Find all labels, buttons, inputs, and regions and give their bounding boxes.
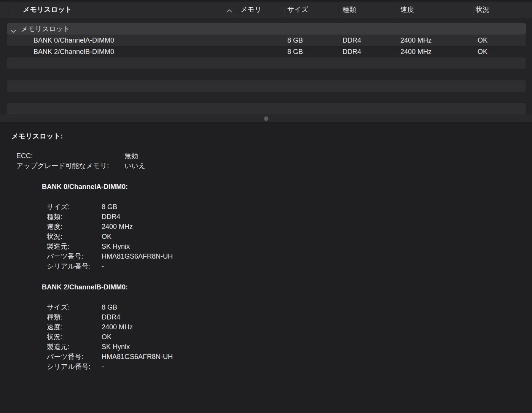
field-label: パーツ番号: (47, 251, 102, 261)
field-value: OK (102, 332, 111, 342)
field-label: 種類: (47, 312, 102, 322)
table-row[interactable]: BANK 2/ChannelB-DIMM0 8 GB DDR4 2400 MHz… (7, 46, 526, 57)
detail-field-row: ECC: 無効 (16, 151, 532, 161)
column-divider (340, 5, 340, 16)
row-status: OK (478, 35, 487, 46)
field-value: OK (102, 232, 111, 241)
detail-field-row: アップグレード可能なメモリ: いいえ (16, 161, 532, 171)
chevron-down-icon[interactable] (10, 27, 16, 35)
table-header: メモリスロット メモリ サイズ 種類 速度 状況 (0, 0, 532, 18)
field-label: アップグレード可能なメモリ: (16, 161, 124, 171)
field-value: 無効 (124, 151, 138, 161)
field-value: DDR4 (102, 212, 120, 222)
detail-field-row: パーツ番号: HMA81GS6AFR8N-UH (47, 251, 532, 261)
column-header-type[interactable]: 種類 (342, 2, 356, 18)
row-name: BANK 0/ChannelA-DIMM0 (33, 35, 114, 46)
memory-slot-table: メモリスロット メモリ サイズ 種類 速度 状況 メモリスロット (0, 0, 532, 115)
field-value: 2400 MHz (102, 322, 133, 332)
detail-field-row: サイズ: 8 GB (47, 302, 532, 312)
row-speed: 2400 MHz (400, 35, 432, 46)
field-label: パーツ番号: (47, 352, 102, 362)
detail-field-row: サイズ: 8 GB (47, 202, 532, 212)
column-divider (285, 5, 285, 16)
field-label: 状況: (47, 232, 102, 241)
row-size: 8 GB (287, 35, 303, 46)
column-divider (7, 5, 7, 16)
detail-field-row: シリアル番号: - (47, 362, 532, 372)
column-header-memory[interactable]: メモリ (241, 2, 261, 18)
detail-summary: ECC: 無効 アップグレード可能なメモリ: いいえ (16, 151, 532, 171)
slot-fields: サイズ: 8 GB 種類: DDR4 速度: 2400 MHz 状況: OK (47, 302, 532, 372)
slot-heading: BANK 2/ChannelB-DIMM0: (42, 282, 532, 292)
detail-pane: メモリスロット: ECC: 無効 アップグレード可能なメモリ: いいえ BANK… (0, 122, 532, 413)
field-label: 状況: (47, 332, 102, 342)
field-value: 8 GB (102, 302, 117, 312)
column-divider (398, 5, 398, 16)
column-header-size[interactable]: サイズ (287, 2, 308, 18)
row-size: 8 GB (287, 46, 303, 57)
row-speed: 2400 MHz (400, 46, 432, 57)
field-label: 製造元: (47, 241, 102, 251)
column-header-status[interactable]: 状況 (476, 2, 489, 18)
slot-fields: サイズ: 8 GB 種類: DDR4 速度: 2400 MHz 状況: OK (47, 202, 532, 271)
empty-row (7, 103, 526, 114)
field-value: 8 GB (102, 202, 117, 212)
field-value: 2400 MHz (102, 222, 133, 232)
splitter-handle-icon[interactable] (264, 116, 268, 121)
table-row[interactable]: BANK 0/ChannelA-DIMM0 8 GB DDR4 2400 MHz… (7, 35, 526, 46)
field-value: DDR4 (102, 312, 120, 322)
detail-field-row: 速度: 2400 MHz (47, 322, 532, 332)
field-value: - (102, 362, 104, 372)
field-value: HMA81GS6AFR8N-UH (102, 251, 173, 261)
empty-row (7, 69, 526, 80)
field-value: HMA81GS6AFR8N-UH (102, 352, 173, 362)
row-status: OK (478, 46, 487, 57)
row-name: BANK 2/ChannelB-DIMM0 (33, 46, 114, 57)
field-label: シリアル番号: (47, 261, 102, 271)
detail-field-row: パーツ番号: HMA81GS6AFR8N-UH (47, 352, 532, 362)
group-row-label: メモリスロット (21, 23, 70, 35)
field-label: ECC: (16, 151, 124, 161)
column-header-memory-slot[interactable]: メモリスロット (23, 2, 72, 18)
field-label: 製造元: (47, 342, 102, 352)
detail-field-row: 状況: OK (47, 332, 532, 342)
field-label: 種類: (47, 212, 102, 222)
table-body: メモリスロット BANK 0/ChannelA-DIMM0 8 GB DDR4 … (0, 18, 532, 115)
pane-splitter[interactable] (0, 115, 532, 122)
row-type: DDR4 (342, 46, 361, 57)
column-header-speed[interactable]: 速度 (400, 2, 414, 18)
column-divider (238, 5, 238, 16)
field-value: SK Hynix (102, 241, 130, 251)
field-value: いいえ (124, 161, 145, 171)
detail-field-row: 製造元: SK Hynix (47, 342, 532, 352)
detail-field-row: 速度: 2400 MHz (47, 222, 532, 232)
field-label: シリアル番号: (47, 362, 102, 372)
column-divider (473, 5, 473, 16)
group-row-memory-slot[interactable]: メモリスロット (7, 23, 526, 35)
empty-row (7, 92, 526, 103)
field-label: 速度: (47, 322, 102, 332)
sort-ascending-icon (226, 8, 233, 14)
system-information-window: メモリスロット メモリ サイズ 種類 速度 状況 メモリスロット (0, 0, 532, 413)
detail-field-row: 製造元: SK Hynix (47, 241, 532, 251)
field-label: 速度: (47, 222, 102, 232)
empty-row (7, 57, 526, 69)
field-value: - (102, 261, 104, 271)
detail-title: メモリスロット: (11, 132, 532, 140)
empty-row (7, 80, 526, 92)
detail-field-row: 状況: OK (47, 232, 532, 241)
field-label: サイズ: (47, 302, 102, 312)
detail-field-row: シリアル番号: - (47, 261, 532, 271)
row-type: DDR4 (342, 35, 361, 46)
slot-heading: BANK 0/ChannelA-DIMM0: (42, 182, 532, 192)
detail-field-row: 種類: DDR4 (47, 212, 532, 222)
field-label: サイズ: (47, 202, 102, 212)
detail-field-row: 種類: DDR4 (47, 312, 532, 322)
field-value: SK Hynix (102, 342, 130, 352)
